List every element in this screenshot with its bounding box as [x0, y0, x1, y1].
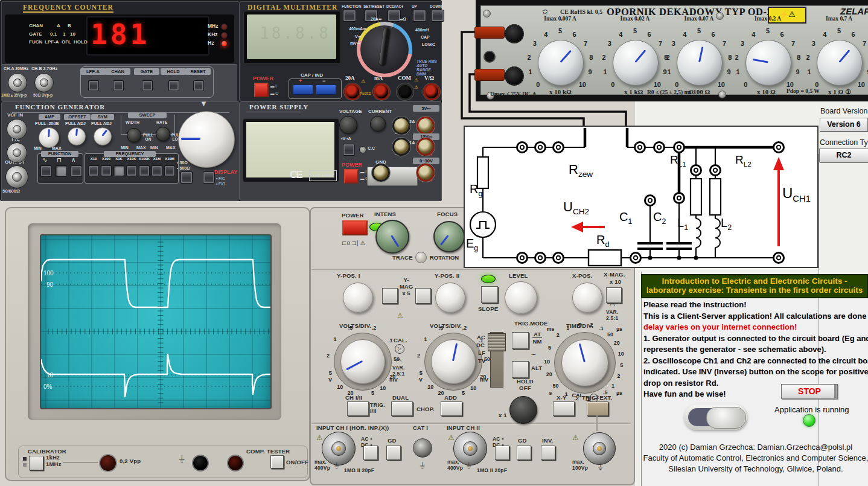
mm-btn-label-0: FUNCTION: [342, 4, 362, 8]
sc-ypos1-knob[interactable]: [343, 283, 373, 313]
sc-xy-button[interactable]: [553, 401, 575, 416]
fg-sweep-minmax-1: MAX: [136, 145, 146, 150]
fg-freq-button-X100K[interactable]: [139, 165, 150, 176]
comp-tester-button[interactable]: [270, 455, 284, 468]
sc-time-scale-1: 5: [541, 345, 559, 351]
mm-power-button[interactable]: [254, 83, 269, 97]
fc-button-HOLD[interactable]: [168, 80, 179, 91]
fg-freq-button-X1K[interactable]: [113, 165, 124, 176]
zelap-aux-jack[interactable]: [483, 51, 496, 63]
calibrator-output-jack[interactable]: [99, 454, 117, 472]
ps-plus-1: +: [430, 152, 433, 158]
board-version-select[interactable]: Version 6: [820, 118, 868, 132]
sc-level-knob[interactable]: [505, 281, 537, 314]
fc-button-GATE[interactable]: [142, 80, 153, 91]
mm-jack-2[interactable]: [397, 83, 413, 100]
fg-freq-button-X10K[interactable]: [126, 165, 137, 176]
fg-bnc-vcf[interactable]: [7, 119, 27, 139]
zelap-knob-2[interactable]: [677, 40, 723, 86]
sc-acdc2-button[interactable]: [495, 446, 509, 460]
mm-capind-terminal-minus[interactable]: [316, 85, 336, 95]
fg-freq-button-X10[interactable]: [88, 165, 99, 176]
sc-gd2-button[interactable]: [517, 446, 531, 460]
cal-ground-jack[interactable]: [192, 455, 209, 472]
sc-atnm-button[interactable]: [512, 332, 529, 349]
sc-coupling-LF: LF: [478, 350, 485, 356]
sc-trigext-button[interactable]: [587, 401, 608, 416]
sc-cat-jack[interactable]: [413, 438, 432, 458]
sc-holdoff-knob[interactable]: [509, 396, 537, 424]
sc-time-knob[interactable]: [561, 339, 608, 386]
sc-imp1-label: 1MΩ II 20pF: [344, 467, 374, 473]
zelap-socket-1[interactable]: [505, 66, 524, 86]
fc-unit-Hz: Hz: [208, 40, 214, 46]
mm-jack-0[interactable]: [344, 83, 361, 100]
fg-sym-knob[interactable]: [94, 127, 112, 145]
zelap-knob-4[interactable]: [817, 40, 863, 86]
sc-trace-rotation-screw[interactable]: [415, 252, 427, 263]
fc-bnc-chb[interactable]: [34, 73, 54, 92]
mm-capind-terminal-plus[interactable]: [293, 85, 313, 95]
ps-va-button[interactable]: [343, 144, 355, 156]
sc-gd1-button[interactable]: [386, 446, 401, 460]
ps-current-knob[interactable]: [370, 116, 386, 132]
sc-ypos2-knob[interactable]: [435, 283, 465, 313]
sc-ch12-button[interactable]: [347, 401, 369, 416]
fg-bnc-output[interactable]: [5, 165, 28, 188]
sc-alt-button[interactable]: [512, 361, 529, 378]
calibrator-1mhz: 1MHz: [46, 461, 62, 467]
zelap-knob-0[interactable]: [538, 40, 584, 86]
zelap-knob-1[interactable]: [613, 40, 659, 86]
calibrator-freq-button[interactable]: [29, 456, 43, 470]
fc-status-OFL: OFL: [62, 39, 71, 45]
sc-add-button[interactable]: [441, 401, 462, 416]
sc-trigext-bnc[interactable]: [583, 432, 616, 465]
zelap-socket-0[interactable]: [505, 24, 524, 43]
sc-acdc1-button[interactable]: [363, 446, 378, 460]
connection-type-select[interactable]: RC2: [819, 149, 868, 162]
mm-jack-3[interactable]: [423, 83, 440, 100]
fg-sweep-width-knob[interactable]: [127, 128, 141, 142]
fc-bnc-cha[interactable]: [8, 73, 27, 92]
sc-ymag-button-1[interactable]: [382, 288, 398, 304]
sc-xpos-knob[interactable]: [572, 283, 602, 313]
ps-power-button[interactable]: [344, 169, 359, 184]
zelap-knob-3[interactable]: [745, 40, 791, 86]
fg-freq-button-X10M[interactable]: [164, 165, 175, 176]
sc-inv-button[interactable]: [541, 446, 555, 460]
sc-power-button[interactable]: [342, 220, 368, 235]
fg-function-button-0[interactable]: [40, 165, 52, 177]
fc-button-RESET[interactable]: [193, 80, 204, 91]
fg-function-button-2[interactable]: [71, 165, 82, 177]
run-toggle-knob[interactable]: [706, 407, 746, 429]
mm-jack-1[interactable]: [373, 83, 390, 100]
fc-bnc-b-label: CH-B 2.7GHz: [31, 66, 57, 71]
sc-ymag-button-2[interactable]: [415, 288, 431, 304]
mm-button-2[interactable]: [388, 10, 401, 22]
info-line-5: 2. Oscilloscope Ch1 and Ch2 are connecte…: [643, 356, 868, 365]
fg-impedance-button[interactable]: [180, 171, 193, 184]
mm-button-4[interactable]: [431, 10, 444, 22]
sc-dual-button[interactable]: [391, 401, 413, 416]
fg-bnc-ttl[interactable]: [7, 142, 27, 163]
fg-sweep-rate-knob[interactable]: [156, 127, 170, 141]
cal-tester-jack[interactable]: [227, 455, 244, 472]
sc-trig-slider-handle[interactable]: [488, 333, 506, 351]
fg-freq-button-X1M[interactable]: [152, 165, 162, 176]
mm-button-0[interactable]: [343, 10, 356, 22]
sc-xmag-button[interactable]: [606, 287, 622, 303]
banana-plug-2[interactable]: [474, 69, 505, 81]
mm-button-3[interactable]: [413, 10, 426, 22]
running-led: [803, 414, 815, 427]
banana-plug-1[interactable]: [474, 27, 505, 39]
fc-button-LPF-A[interactable]: [88, 80, 99, 91]
ps-voltage-knob[interactable]: [339, 116, 357, 134]
fg-freq-button-X100[interactable]: [101, 165, 112, 176]
sc-time-scale-12: 20: [608, 340, 626, 346]
sc-volts2-knob[interactable]: [431, 339, 476, 384]
sc-focus-knob[interactable]: [433, 221, 465, 252]
fg-function-button-1[interactable]: [56, 165, 67, 177]
sc-slope-button[interactable]: [481, 286, 498, 303]
fc-button-CHAN[interactable]: [113, 80, 124, 91]
fg-display-button[interactable]: [203, 171, 215, 184]
